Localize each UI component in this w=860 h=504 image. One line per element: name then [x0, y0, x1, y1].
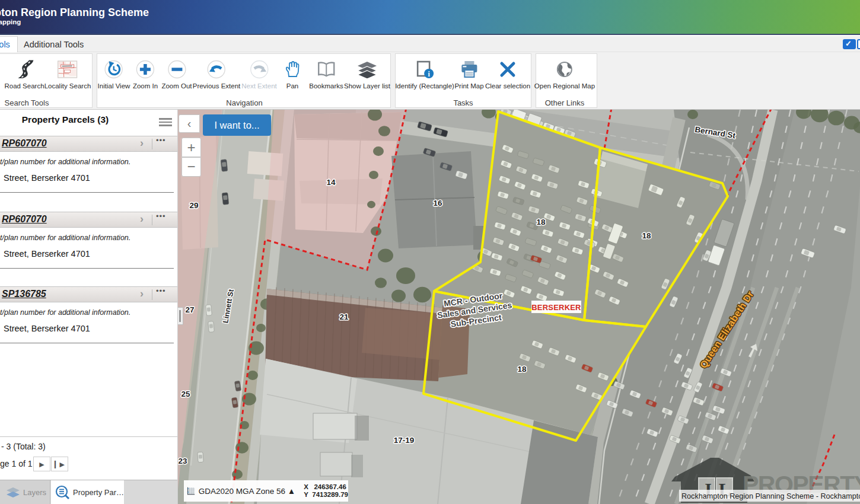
svg-text:18: 18	[642, 231, 651, 240]
svg-text:17-19: 17-19	[394, 436, 415, 445]
svg-text:21: 21	[339, 312, 349, 321]
svg-text:14: 14	[326, 178, 336, 187]
svg-text:25: 25	[181, 390, 190, 398]
svg-text:18: 18	[536, 218, 546, 227]
svg-text:16: 16	[433, 199, 442, 208]
svg-text:BERSERKER: BERSERKER	[531, 303, 581, 312]
svg-text:29: 29	[189, 201, 198, 210]
svg-text:18: 18	[517, 365, 527, 374]
svg-text:Rockhampton Region Planning Sc: Rockhampton Region Planning Scheme - Roc…	[681, 492, 860, 500]
svg-text:27: 27	[185, 305, 194, 314]
svg-text:23: 23	[178, 457, 187, 465]
